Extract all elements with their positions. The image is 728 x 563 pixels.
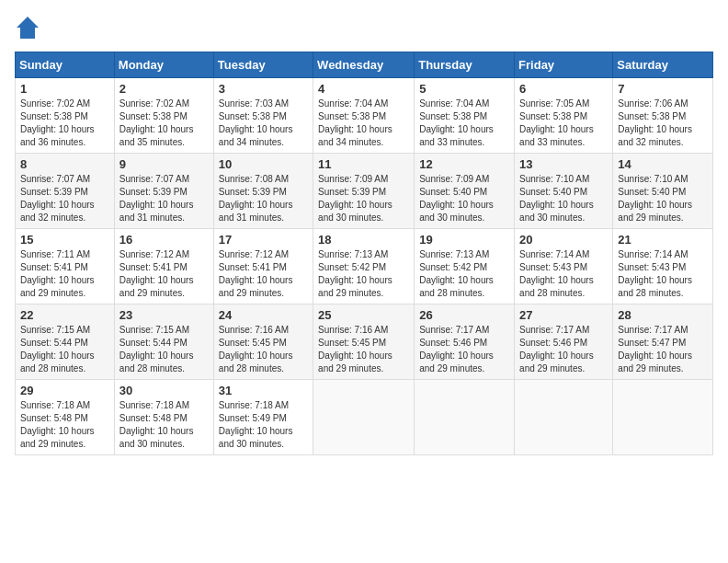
day-info: Sunrise: 7:12 AMSunset: 5:41 PMDaylight:… xyxy=(119,249,194,298)
day-info: Sunrise: 7:17 AMSunset: 5:47 PMDaylight:… xyxy=(618,325,692,373)
calendar-cell: 14 Sunrise: 7:10 AMSunset: 5:40 PMDaylig… xyxy=(613,154,713,229)
day-number: 3 xyxy=(219,82,308,96)
calendar-cell: 4 Sunrise: 7:04 AMSunset: 5:38 PMDayligh… xyxy=(313,78,415,154)
day-number: 23 xyxy=(119,308,209,322)
calendar-cell: 7 Sunrise: 7:06 AMSunset: 5:38 PMDayligh… xyxy=(613,78,713,154)
day-number: 29 xyxy=(20,384,109,397)
calendar-cell: 1 Sunrise: 7:02 AMSunset: 5:38 PMDayligh… xyxy=(16,78,115,154)
calendar-cell: 21 Sunrise: 7:14 AMSunset: 5:43 PMDaylig… xyxy=(613,229,713,304)
calendar-week-2: 8 Sunrise: 7:07 AMSunset: 5:39 PMDayligh… xyxy=(16,154,713,229)
day-info: Sunrise: 7:10 AMSunset: 5:40 PMDaylight:… xyxy=(618,174,692,223)
day-info: Sunrise: 7:17 AMSunset: 5:46 PMDaylight:… xyxy=(519,325,594,373)
calendar-cell: 29 Sunrise: 7:18 AMSunset: 5:48 PMDaylig… xyxy=(16,380,115,455)
calendar-cell: 6 Sunrise: 7:05 AMSunset: 5:38 PMDayligh… xyxy=(515,78,613,154)
day-info: Sunrise: 7:17 AMSunset: 5:46 PMDaylight:… xyxy=(419,325,494,373)
calendar-cell: 12 Sunrise: 7:09 AMSunset: 5:40 PMDaylig… xyxy=(415,154,515,229)
day-info: Sunrise: 7:14 AMSunset: 5:43 PMDaylight:… xyxy=(519,249,594,298)
day-number: 10 xyxy=(219,157,308,171)
day-info: Sunrise: 7:09 AMSunset: 5:39 PMDaylight:… xyxy=(318,174,392,223)
day-info: Sunrise: 7:07 AMSunset: 5:39 PMDaylight:… xyxy=(20,174,95,223)
logo-icon xyxy=(15,15,40,40)
day-number: 22 xyxy=(20,308,109,322)
day-info: Sunrise: 7:18 AMSunset: 5:48 PMDaylight:… xyxy=(119,400,194,449)
day-info: Sunrise: 7:02 AMSunset: 5:38 PMDaylight:… xyxy=(119,98,194,147)
header-tuesday: Tuesday xyxy=(213,52,313,78)
day-info: Sunrise: 7:09 AMSunset: 5:40 PMDaylight:… xyxy=(419,174,494,223)
day-info: Sunrise: 7:05 AMSunset: 5:38 PMDaylight:… xyxy=(519,98,594,147)
day-number: 8 xyxy=(20,157,109,171)
calendar-cell: 16 Sunrise: 7:12 AMSunset: 5:41 PMDaylig… xyxy=(114,229,213,304)
day-info: Sunrise: 7:18 AMSunset: 5:49 PMDaylight:… xyxy=(219,400,293,449)
calendar-cell xyxy=(313,380,415,455)
calendar-cell: 20 Sunrise: 7:14 AMSunset: 5:43 PMDaylig… xyxy=(515,229,613,304)
day-info: Sunrise: 7:06 AMSunset: 5:38 PMDaylight:… xyxy=(618,98,692,147)
calendar-cell: 19 Sunrise: 7:13 AMSunset: 5:42 PMDaylig… xyxy=(415,229,515,304)
calendar-cell: 24 Sunrise: 7:16 AMSunset: 5:45 PMDaylig… xyxy=(213,304,313,380)
day-number: 1 xyxy=(20,82,109,96)
page-header xyxy=(15,15,713,40)
day-number: 12 xyxy=(419,157,509,171)
calendar-cell: 31 Sunrise: 7:18 AMSunset: 5:49 PMDaylig… xyxy=(213,380,313,455)
day-info: Sunrise: 7:13 AMSunset: 5:42 PMDaylight:… xyxy=(419,249,494,298)
calendar-cell: 27 Sunrise: 7:17 AMSunset: 5:46 PMDaylig… xyxy=(515,304,613,380)
day-info: Sunrise: 7:04 AMSunset: 5:38 PMDaylight:… xyxy=(318,98,392,147)
calendar-cell: 23 Sunrise: 7:15 AMSunset: 5:44 PMDaylig… xyxy=(114,304,213,380)
day-info: Sunrise: 7:15 AMSunset: 5:44 PMDaylight:… xyxy=(119,325,194,373)
calendar-week-5: 29 Sunrise: 7:18 AMSunset: 5:48 PMDaylig… xyxy=(16,380,713,455)
calendar-cell: 3 Sunrise: 7:03 AMSunset: 5:38 PMDayligh… xyxy=(213,78,313,154)
calendar-week-3: 15 Sunrise: 7:11 AMSunset: 5:41 PMDaylig… xyxy=(16,229,713,304)
day-info: Sunrise: 7:16 AMSunset: 5:45 PMDaylight:… xyxy=(219,325,293,373)
day-info: Sunrise: 7:14 AMSunset: 5:43 PMDaylight:… xyxy=(618,249,692,298)
day-info: Sunrise: 7:15 AMSunset: 5:44 PMDaylight:… xyxy=(20,325,95,373)
day-number: 2 xyxy=(119,82,209,96)
logo xyxy=(15,15,44,40)
day-info: Sunrise: 7:11 AMSunset: 5:41 PMDaylight:… xyxy=(20,249,95,298)
header-friday: Friday xyxy=(515,52,613,78)
calendar-cell: 25 Sunrise: 7:16 AMSunset: 5:45 PMDaylig… xyxy=(313,304,415,380)
calendar-cell: 22 Sunrise: 7:15 AMSunset: 5:44 PMDaylig… xyxy=(16,304,115,380)
day-number: 16 xyxy=(119,233,209,247)
calendar-cell: 28 Sunrise: 7:17 AMSunset: 5:47 PMDaylig… xyxy=(613,304,713,380)
calendar-cell: 9 Sunrise: 7:07 AMSunset: 5:39 PMDayligh… xyxy=(114,154,213,229)
calendar-cell: 18 Sunrise: 7:13 AMSunset: 5:42 PMDaylig… xyxy=(313,229,415,304)
calendar-cell: 11 Sunrise: 7:09 AMSunset: 5:39 PMDaylig… xyxy=(313,154,415,229)
day-number: 30 xyxy=(119,384,209,397)
day-number: 25 xyxy=(318,308,409,322)
header-sunday: Sunday xyxy=(16,52,115,78)
day-number: 28 xyxy=(618,308,708,322)
day-number: 14 xyxy=(618,157,708,171)
calendar-cell xyxy=(515,380,613,455)
day-info: Sunrise: 7:10 AMSunset: 5:40 PMDaylight:… xyxy=(519,174,594,223)
calendar-week-4: 22 Sunrise: 7:15 AMSunset: 5:44 PMDaylig… xyxy=(16,304,713,380)
day-number: 18 xyxy=(318,233,409,247)
calendar-cell xyxy=(415,380,515,455)
svg-marker-0 xyxy=(17,17,39,39)
day-info: Sunrise: 7:16 AMSunset: 5:45 PMDaylight:… xyxy=(318,325,392,373)
day-info: Sunrise: 7:04 AMSunset: 5:38 PMDaylight:… xyxy=(419,98,494,147)
day-number: 7 xyxy=(618,82,708,96)
calendar-cell: 2 Sunrise: 7:02 AMSunset: 5:38 PMDayligh… xyxy=(114,78,213,154)
day-info: Sunrise: 7:13 AMSunset: 5:42 PMDaylight:… xyxy=(318,249,392,298)
day-info: Sunrise: 7:03 AMSunset: 5:38 PMDaylight:… xyxy=(219,98,293,147)
day-number: 21 xyxy=(618,233,708,247)
calendar-cell: 5 Sunrise: 7:04 AMSunset: 5:38 PMDayligh… xyxy=(415,78,515,154)
day-info: Sunrise: 7:07 AMSunset: 5:39 PMDaylight:… xyxy=(119,174,194,223)
day-number: 4 xyxy=(318,82,409,96)
day-number: 9 xyxy=(119,157,209,171)
header-monday: Monday xyxy=(114,52,213,78)
header-thursday: Thursday xyxy=(415,52,515,78)
day-number: 13 xyxy=(519,157,608,171)
day-number: 6 xyxy=(519,82,608,96)
day-info: Sunrise: 7:18 AMSunset: 5:48 PMDaylight:… xyxy=(20,400,95,449)
day-number: 15 xyxy=(20,233,109,247)
day-number: 20 xyxy=(519,233,608,247)
calendar-cell: 15 Sunrise: 7:11 AMSunset: 5:41 PMDaylig… xyxy=(16,229,115,304)
calendar-table: SundayMondayTuesdayWednesdayThursdayFrid… xyxy=(15,52,713,455)
day-number: 19 xyxy=(419,233,509,247)
day-number: 5 xyxy=(419,82,509,96)
day-number: 31 xyxy=(219,384,308,397)
calendar-cell: 26 Sunrise: 7:17 AMSunset: 5:46 PMDaylig… xyxy=(415,304,515,380)
calendar-cell: 17 Sunrise: 7:12 AMSunset: 5:41 PMDaylig… xyxy=(213,229,313,304)
day-number: 11 xyxy=(318,157,409,171)
calendar-header-row: SundayMondayTuesdayWednesdayThursdayFrid… xyxy=(16,52,713,78)
